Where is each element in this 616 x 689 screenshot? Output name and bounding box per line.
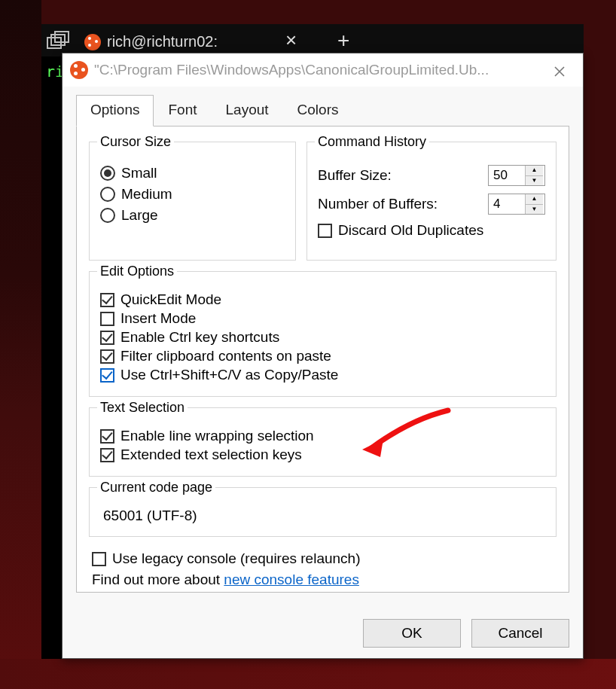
radio-label: Medium bbox=[121, 186, 172, 203]
new-tab-icon[interactable]: + bbox=[337, 30, 349, 51]
radio-label: Large bbox=[121, 207, 158, 224]
group-text-selection: Text Selection Enable line wrapping sele… bbox=[89, 407, 557, 477]
tab-layout[interactable]: Layout bbox=[212, 95, 283, 127]
checkbox-insert-mode[interactable]: Insert Mode bbox=[100, 310, 545, 327]
checkbox-legacy-console[interactable]: Use legacy console (requires relaunch) bbox=[92, 550, 557, 567]
tab-colors[interactable]: Colors bbox=[283, 95, 353, 127]
checkbox-label: Enable Ctrl key shortcuts bbox=[120, 329, 279, 346]
radio-cursor-small[interactable]: Small bbox=[100, 165, 285, 181]
svg-rect-1 bbox=[51, 35, 65, 45]
checkbox-label: Insert Mode bbox=[120, 310, 196, 327]
checkbox-line-wrapping[interactable]: Enable line wrapping selection bbox=[100, 428, 545, 444]
checkbox-ctrl-shift-copy-paste[interactable]: Use Ctrl+Shift+C/V as Copy/Paste bbox=[100, 367, 545, 383]
num-buffers-label: Number of Buffers: bbox=[318, 196, 438, 212]
group-legend: Cursor Size bbox=[97, 134, 174, 150]
checkbox-quickedit[interactable]: QuickEdit Mode bbox=[100, 291, 545, 308]
checkbox-icon bbox=[100, 368, 114, 383]
cancel-button[interactable]: Cancel bbox=[471, 619, 569, 648]
checkbox-icon bbox=[100, 349, 114, 364]
num-buffers-spinner[interactable]: ▲▼ bbox=[488, 194, 545, 215]
checkbox-discard-duplicates[interactable]: Discard Old Duplicates bbox=[318, 222, 545, 239]
checkbox-label: QuickEdit Mode bbox=[120, 291, 221, 308]
tab-close-icon[interactable]: × bbox=[285, 30, 297, 50]
checkbox-label: Filter clipboard contents on paste bbox=[120, 348, 331, 364]
checkbox-label: Use legacy console (requires relaunch) bbox=[112, 550, 361, 567]
spinner-arrows[interactable]: ▲▼ bbox=[525, 166, 543, 185]
group-code-page: Current code page 65001 (UTF-8) bbox=[89, 487, 557, 537]
ubuntu-icon bbox=[84, 34, 101, 50]
new-console-features-link[interactable]: new console features bbox=[224, 572, 359, 587]
checkbox-ctrl-shortcuts[interactable]: Enable Ctrl key shortcuts bbox=[100, 329, 545, 346]
dialog-title: "C:\Program Files\WindowsApps\CanonicalG… bbox=[94, 62, 542, 78]
checkbox-icon bbox=[318, 224, 332, 238]
group-legend: Current code page bbox=[97, 480, 215, 495]
num-buffers-input[interactable] bbox=[489, 194, 525, 214]
ubuntu-icon bbox=[70, 61, 88, 79]
checkbox-icon bbox=[100, 293, 114, 307]
dialog-buttons: OK Cancel bbox=[363, 619, 569, 648]
tab-options[interactable]: Options bbox=[76, 95, 154, 127]
checkbox-label: Discard Old Duplicates bbox=[338, 222, 483, 239]
dialog-titlebar: "C:\Program Files\WindowsApps\CanonicalG… bbox=[63, 53, 583, 87]
ok-button[interactable]: OK bbox=[363, 619, 461, 648]
radio-cursor-medium[interactable]: Medium bbox=[100, 186, 285, 203]
group-legend: Text Selection bbox=[97, 400, 188, 416]
radio-label: Small bbox=[121, 165, 157, 181]
checkbox-label: Use Ctrl+Shift+C/V as Copy/Paste bbox=[120, 367, 338, 383]
find-more-prefix: Find out more about bbox=[92, 572, 224, 587]
tab-font[interactable]: Font bbox=[154, 95, 211, 127]
background-left-strip bbox=[0, 0, 41, 689]
tab-panel-options: Cursor Size Small Medium Large Command H… bbox=[76, 126, 569, 593]
buffer-size-spinner[interactable]: ▲▼ bbox=[488, 165, 545, 186]
cascade-windows-icon bbox=[47, 31, 69, 50]
group-legend: Command History bbox=[315, 134, 429, 150]
buffer-size-label: Buffer Size: bbox=[318, 167, 392, 184]
group-command-history: Command History Buffer Size: ▲▼ Number o… bbox=[306, 142, 557, 261]
background-bottom-strip bbox=[0, 659, 616, 689]
checkbox-icon bbox=[100, 312, 114, 326]
checkbox-icon bbox=[100, 331, 114, 345]
radio-icon bbox=[100, 187, 115, 202]
radio-icon bbox=[100, 166, 115, 181]
group-edit-options: Edit Options QuickEdit Mode Insert Mode … bbox=[89, 271, 557, 397]
checkbox-icon bbox=[100, 429, 114, 444]
spinner-arrows[interactable]: ▲▼ bbox=[525, 194, 543, 214]
checkbox-label: Extended text selection keys bbox=[120, 447, 302, 463]
close-button[interactable] bbox=[542, 60, 577, 80]
checkbox-filter-clipboard[interactable]: Filter clipboard contents on paste bbox=[100, 348, 545, 364]
terminal-tab-title: rich@richturn02: bbox=[107, 33, 218, 50]
find-more-text: Find out more about new console features bbox=[92, 572, 557, 588]
group-cursor-size: Cursor Size Small Medium Large bbox=[89, 142, 296, 261]
checkbox-label: Enable line wrapping selection bbox=[120, 428, 314, 444]
group-legend: Edit Options bbox=[97, 264, 177, 279]
radio-cursor-large[interactable]: Large bbox=[100, 207, 285, 224]
checkbox-icon bbox=[92, 552, 106, 566]
properties-dialog: "C:\Program Files\WindowsApps\CanonicalG… bbox=[62, 53, 584, 659]
code-page-value: 65001 (UTF-8) bbox=[100, 508, 545, 524]
radio-icon bbox=[100, 208, 115, 223]
checkbox-icon bbox=[100, 448, 114, 462]
checkbox-extended-keys[interactable]: Extended text selection keys bbox=[100, 447, 545, 463]
buffer-size-input[interactable] bbox=[489, 166, 525, 185]
dialog-tabs: Options Font Layout Colors bbox=[63, 87, 583, 126]
